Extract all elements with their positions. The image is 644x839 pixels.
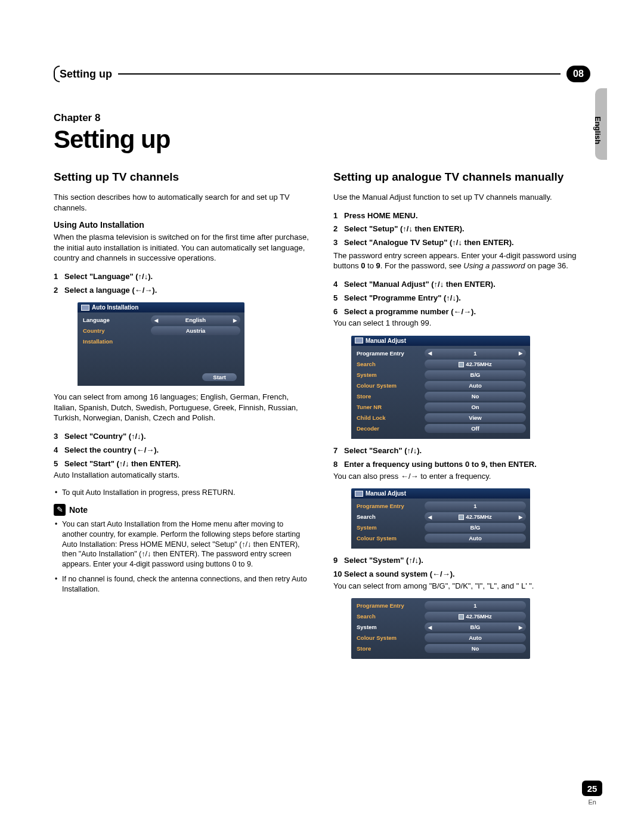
- step: 1Press HOME MENU.: [333, 210, 590, 222]
- pencil-icon: ✎: [54, 504, 66, 516]
- osd-start-button: Start: [202, 373, 237, 381]
- auto-install-body: When the plasma television is switched o…: [54, 232, 311, 264]
- step: 5Select "Start" (↑/↓ then ENTER).: [54, 458, 311, 470]
- note-item: You can start Auto Installation from the…: [54, 519, 311, 569]
- step: 7Select "Search" (↑/↓).: [333, 445, 590, 457]
- step: 3Select "Country" (↑/↓).: [54, 431, 311, 443]
- chapter-label: Chapter 8: [54, 112, 590, 124]
- tv-icon: [355, 491, 363, 497]
- subsection-auto-install: Using Auto Installation: [54, 220, 311, 230]
- step: 2Select "Setup" (↑/↓ then ENTER).: [333, 223, 590, 236]
- header-arc: [54, 66, 60, 82]
- osd-auto-installation: Auto Installation Language◀English▶ Coun…: [78, 302, 244, 386]
- step: 3Select "Analogue TV Setup" (↑/↓ then EN…: [333, 237, 590, 249]
- list-icon: [459, 362, 464, 367]
- osd-manual-adjust-system: Programme Entry1 Search42.75MHz System◀B…: [351, 598, 530, 659]
- step: 1Select "Language" (↑/↓).: [54, 271, 311, 283]
- step: 5Select "Programme Entry" (↑/↓).: [333, 292, 590, 305]
- page-lang-label: En: [589, 798, 596, 806]
- step: 8Enter a frequency using buttons 0 to 9,…: [333, 459, 590, 471]
- step: 2Select a language (←/→).: [54, 284, 311, 297]
- freq-alt: You can also press ←/→ to enter a freque…: [333, 471, 590, 482]
- manual-intro: Use the Manual Adjust function to set up…: [333, 192, 590, 203]
- section-heading-manual: Setting up analogue TV channels manually: [333, 171, 590, 184]
- step: 4Select the country (←/→).: [54, 444, 311, 457]
- step: 10Select a sound system (←/→).: [333, 568, 590, 581]
- page-number-badge: 25: [582, 781, 602, 796]
- osd-manual-adjust-search: Manual Adjust Programme Entry1 Search◀42…: [351, 488, 530, 549]
- chapter-number-badge: 08: [566, 66, 590, 82]
- right-column: Setting up analogue TV channels manually…: [333, 171, 590, 665]
- step: 4Select "Manual Adjust" (↑/↓ then ENTER)…: [333, 278, 590, 291]
- step: 9Select "System" (↑/↓).: [333, 555, 590, 567]
- sound-system-list: You can select from among "B/G", "D/K", …: [333, 581, 590, 592]
- note-item: If no channel is found, check the antenn…: [54, 574, 311, 595]
- header-title: Setting up: [60, 68, 118, 81]
- auto-start-text: Auto Installation automatically starts.: [54, 470, 311, 481]
- list-icon: [459, 515, 464, 520]
- list-icon: [459, 614, 464, 620]
- tv-icon: [355, 338, 363, 343]
- intro-text: This section describes how to automatica…: [54, 192, 311, 213]
- section-heading-tv-channels: Setting up TV channels: [54, 171, 311, 184]
- chapter-title: Setting up: [54, 125, 590, 154]
- header-bar: Setting up 08: [54, 66, 590, 82]
- osd-manual-adjust-full: Manual Adjust Programme Entry◀1▶ Search4…: [351, 336, 530, 439]
- side-language-label: English: [593, 116, 602, 144]
- prog-range: You can select 1 through 99.: [333, 318, 590, 329]
- tv-icon: [81, 305, 89, 311]
- left-column: Setting up TV channels This section desc…: [54, 171, 311, 665]
- header-rule: [118, 73, 561, 75]
- note-heading: ✎ Note: [54, 504, 311, 516]
- bullet-return: To quit Auto Installation in progress, p…: [54, 488, 311, 498]
- step: 6Select a programme number (←/→).: [333, 306, 590, 318]
- lang-list-text: You can select from among 16 languages; …: [54, 392, 311, 423]
- password-text: The password entry screen appears. Enter…: [333, 250, 590, 271]
